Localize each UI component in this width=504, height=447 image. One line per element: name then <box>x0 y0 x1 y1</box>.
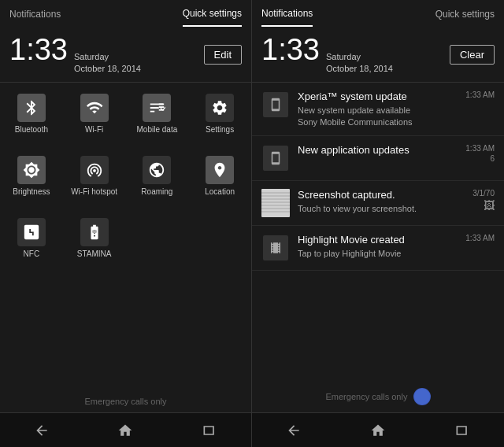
left-time-area: 1:33 Saturday October 18, 2014 Edit <box>0 28 251 82</box>
left-notifications-tab[interactable]: Notifications <box>9 2 61 26</box>
right-emergency: Emergency calls only <box>252 382 504 412</box>
qs-bluetooth[interactable]: Bluetooth <box>0 86 63 142</box>
qs-nfc[interactable]: NFC <box>0 210 63 266</box>
stamina-icon <box>80 218 109 246</box>
qs-roaming[interactable]: Roaming <box>126 148 189 204</box>
notif-img-icon: 🖼 <box>484 199 495 212</box>
notif-icon-wrap-screenshot <box>261 189 290 217</box>
right-notifications-tab[interactable]: Notifications <box>261 2 313 27</box>
clear-button[interactable]: Clear <box>450 45 495 65</box>
quick-settings-row2: Brightness Wi-Fi hotspot Roaming <box>0 145 251 207</box>
notification-screenshot[interactable]: Screenshot captured. Touch to view your … <box>252 181 504 226</box>
notif-body-xperia-1: New system update available <box>298 105 461 116</box>
left-home-button[interactable] <box>117 423 133 438</box>
notif-time-screenshot: 3/1/70 <box>472 189 495 198</box>
svg-rect-7 <box>261 198 290 200</box>
notif-body-movie: Tap to play Highlight Movie <box>298 248 461 259</box>
left-header: Notifications Quick settings <box>0 0 251 28</box>
notif-meta-screenshot: 3/1/70 🖼 <box>468 189 495 212</box>
left-recents-button[interactable] <box>202 423 217 438</box>
notif-icon-apps <box>263 146 288 171</box>
notif-time-apps: 1:33 AM <box>465 144 495 153</box>
svg-rect-9 <box>261 205 290 206</box>
left-time: 1:33 <box>9 35 68 65</box>
notif-title-apps: New application updates <box>298 144 461 157</box>
hotspot-icon <box>80 156 109 184</box>
svg-rect-0 <box>159 106 164 108</box>
left-time-block: 1:33 Saturday October 18, 2014 <box>9 35 141 76</box>
qs-brightness[interactable]: Brightness <box>0 148 63 204</box>
notif-icon-xperia <box>263 92 288 117</box>
right-time-block: 1:33 Saturday October 18, 2014 <box>261 35 393 76</box>
roaming-icon <box>143 156 171 184</box>
stamina-label: STAMINA <box>77 249 112 258</box>
notif-body-screenshot: Touch to view your screenshot. <box>298 203 468 214</box>
notif-time-xperia: 1:33 AM <box>465 91 495 99</box>
notif-icon-wrap-xperia <box>261 91 290 119</box>
nfc-icon <box>17 218 46 246</box>
wifi-label: Wi-Fi <box>85 125 103 134</box>
left-quick-settings-tab[interactable]: Quick settings <box>183 2 242 27</box>
svg-rect-3 <box>92 230 97 233</box>
svg-rect-5 <box>261 192 290 194</box>
notification-app-updates[interactable]: New application updates 1:33 AM 6 <box>252 136 504 181</box>
notif-icon-wrap-apps <box>261 144 290 172</box>
screenshot-thumbnail <box>261 189 290 217</box>
right-time: 1:33 <box>261 35 320 65</box>
right-recents-button[interactable] <box>454 423 470 438</box>
mobile-data-icon <box>143 94 171 122</box>
qs-mobile-data[interactable]: Mobile data <box>126 86 189 142</box>
svg-rect-10 <box>261 208 290 209</box>
mobile-data-label: Mobile data <box>137 125 178 134</box>
notification-xperia-update[interactable]: Xperia™ system update New system update … <box>252 83 504 136</box>
location-label: Location <box>205 187 235 196</box>
quick-settings-row3: NFC STAMINA <box>0 207 251 269</box>
notif-icon-wrap-movie <box>261 234 290 262</box>
qs-hotspot[interactable]: Wi-Fi hotspot <box>63 148 126 204</box>
notif-content-movie: Highlight Movie created Tap to play High… <box>298 234 461 259</box>
location-icon <box>206 156 234 184</box>
right-date: Saturday October 18, 2014 <box>326 51 393 76</box>
notif-content-apps: New application updates <box>298 144 461 157</box>
notif-content-xperia: Xperia™ system update New system update … <box>298 91 461 127</box>
right-time-area: 1:33 Saturday October 18, 2014 Clear <box>252 28 504 82</box>
notif-meta-apps: 1:33 AM 6 <box>461 144 495 163</box>
right-emergency-text: Emergency calls only <box>326 392 408 401</box>
settings-label: Settings <box>206 125 234 134</box>
notif-count-apps: 6 <box>490 154 495 163</box>
edit-button[interactable]: Edit <box>204 45 242 65</box>
left-emergency: Emergency calls only <box>0 390 251 412</box>
qs-settings[interactable]: Settings <box>188 86 251 142</box>
left-panel: Notifications Quick settings 1:33 Saturd… <box>0 0 252 447</box>
settings-icon <box>206 94 234 122</box>
qs-location[interactable]: Location <box>188 148 251 204</box>
left-back-button[interactable] <box>34 423 50 438</box>
notif-title-xperia: Xperia™ system update <box>298 91 461 104</box>
quick-settings-row1: Bluetooth Wi-Fi M <box>0 83 251 145</box>
bluetooth-icon <box>17 94 46 122</box>
right-home-button[interactable] <box>370 423 386 438</box>
left-nav-bar <box>0 412 251 447</box>
qs-stamina[interactable]: STAMINA <box>63 210 126 266</box>
wifi-icon <box>80 94 109 122</box>
notif-body-xperia-2: Sony Mobile Communications <box>298 116 461 127</box>
qs-wifi[interactable]: Wi-Fi <box>63 86 126 142</box>
svg-rect-11 <box>261 211 290 212</box>
svg-rect-8 <box>261 201 290 203</box>
right-back-button[interactable] <box>286 423 302 438</box>
roaming-label: Roaming <box>141 187 172 196</box>
notification-highlight-movie[interactable]: Highlight Movie created Tap to play High… <box>252 226 504 271</box>
notif-icon-movie <box>263 235 288 260</box>
right-quick-settings-tab[interactable]: Quick settings <box>435 2 495 26</box>
brightness-icon <box>17 156 46 184</box>
brightness-label: Brightness <box>13 187 50 196</box>
notif-content-screenshot: Screenshot captured. Touch to view your … <box>298 189 468 214</box>
right-date-line2: October 18, 2014 <box>326 63 393 75</box>
bluetooth-label: Bluetooth <box>15 125 48 134</box>
notif-title-screenshot: Screenshot captured. <box>298 189 468 202</box>
right-panel: Notifications Quick settings 1:33 Saturd… <box>252 0 504 447</box>
notif-title-movie: Highlight Movie created <box>298 234 461 247</box>
left-date-line2: October 18, 2014 <box>74 63 141 75</box>
svg-rect-1 <box>159 109 164 111</box>
hotspot-label: Wi-Fi hotspot <box>71 187 117 196</box>
